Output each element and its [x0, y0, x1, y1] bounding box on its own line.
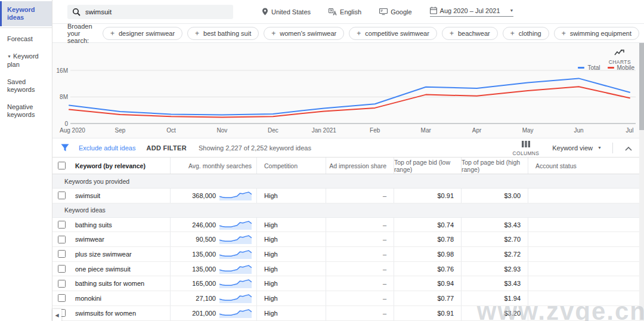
column-header-label: Competition	[264, 162, 298, 169]
charts-toggle-button[interactable]: CHARTS	[609, 48, 631, 65]
ad-impression-share-cell: –	[326, 262, 394, 276]
broaden-chip[interactable]: +clothing	[503, 27, 549, 40]
avg-monthly-searches-cell: 165,000	[170, 276, 256, 291]
search-trend-sparkline	[219, 294, 252, 303]
location-pin-icon	[262, 8, 268, 16]
avg-monthly-searches-cell: 368,000	[170, 189, 256, 203]
svg-text:Jun: Jun	[574, 127, 583, 134]
collapse-panel-button[interactable]	[621, 140, 636, 156]
row-checkbox-cell	[52, 247, 70, 261]
competition-cell: High	[256, 189, 326, 203]
broaden-chip[interactable]: +designer swimwear	[103, 27, 182, 40]
section-header-label: Keywords you provided	[64, 178, 129, 185]
legend-item-total[interactable]: Total	[578, 64, 600, 71]
row-checkbox-cell	[52, 189, 70, 203]
ad-impression-share-cell: –	[326, 232, 394, 246]
competition-value: High	[264, 280, 278, 287]
row-checkbox[interactable]	[58, 294, 66, 302]
sidebar-item-keyword-plan[interactable]: ▼Keyword plan	[0, 48, 52, 73]
horizontal-scroll-left-button[interactable]: ◀	[52, 309, 61, 321]
row-checkbox[interactable]	[58, 280, 66, 288]
avg-monthly-searches-cell: 246,000	[170, 218, 256, 232]
competition-cell: High	[256, 218, 326, 232]
divider	[0, 27, 52, 28]
search-trend-sparkline	[219, 279, 252, 288]
broaden-chips: +designer swimwear+best bathing suit+wom…	[103, 27, 644, 40]
column-header-label: Ad impression share	[329, 162, 386, 169]
row-checkbox-cell	[52, 276, 70, 291]
column-header-ad_impression_share[interactable]: Ad impression share	[326, 158, 394, 174]
plus-icon: +	[271, 29, 275, 38]
top-bid-high-value: $2.72	[504, 251, 521, 258]
account-status-cell	[528, 276, 644, 291]
keyword-view-dropdown[interactable]: Keyword view ▼	[552, 144, 602, 152]
select-all-checkbox[interactable]	[58, 162, 66, 169]
plus-icon: +	[110, 29, 114, 38]
keyword-search-box[interactable]	[67, 5, 233, 19]
row-checkbox[interactable]	[58, 236, 66, 243]
competition-value: High	[264, 236, 278, 243]
date-range-selector[interactable]: Aug 2020 – Jul 2021 ▼	[430, 7, 514, 17]
location-selector[interactable]: United States	[262, 8, 311, 16]
column-header-avg_monthly_searches[interactable]: Avg. monthly searches	[170, 158, 256, 174]
top-bid-low-cell: $0.98	[394, 247, 461, 261]
chevron-down-icon: ▼	[510, 8, 514, 13]
language-selector[interactable]: English	[329, 8, 361, 16]
sidebar-item-keyword-ideas[interactable]: Keyword ideas	[0, 1, 52, 26]
row-checkbox[interactable]	[58, 250, 66, 258]
legend-swatch	[608, 67, 614, 69]
broaden-chip[interactable]: +competitive swimwear	[349, 27, 437, 40]
table-row: bathing suits for women165,000High–$0.94…	[52, 276, 644, 291]
avg-monthly-searches-value: 135,000	[192, 251, 216, 258]
avg-monthly-searches-value: 27,100	[196, 295, 216, 302]
table-section-header: Keywords you provided	[52, 174, 644, 189]
column-header-competition[interactable]: Competition	[256, 158, 326, 174]
broaden-label: Broaden your search:	[67, 23, 95, 44]
row-checkbox[interactable]	[58, 265, 66, 273]
competition-value: High	[264, 221, 278, 229]
keyword-planner-app: Keyword ideasForecast▼Keyword planSaved …	[0, 0, 644, 321]
add-filter-button[interactable]: ADD FILTER	[146, 144, 187, 152]
scrollbar-thumb[interactable]	[639, 43, 644, 130]
search-trend-sparkline	[219, 234, 252, 244]
broaden-chip[interactable]: +best bathing suit	[187, 27, 259, 40]
legend-item-mobile[interactable]: Mobile	[608, 64, 634, 71]
top-bid-high-value: $2.70	[504, 236, 521, 243]
column-header-checkbox[interactable]	[52, 158, 70, 174]
sidebar-item-saved-keywords[interactable]: Saved keywords	[0, 73, 52, 98]
columns-button[interactable]: COLUMNS	[513, 139, 540, 156]
top-bid-low-value: $0.98	[437, 251, 454, 258]
row-checkbox[interactable]	[58, 192, 66, 199]
top-bid-low-value: $0.74	[437, 221, 454, 229]
sidebar-item-forecast[interactable]: Forecast	[0, 30, 52, 48]
vertical-scrollbar[interactable]	[639, 43, 644, 321]
account-status-cell	[528, 306, 644, 320]
top-bid-high-value: $3.43	[504, 280, 521, 287]
column-header-label: Top of page bid (low range)	[394, 159, 454, 173]
ad-impression-share-cell: –	[326, 189, 394, 203]
top-bid-high-cell: $3.20	[461, 306, 528, 320]
column-header-top_bid_low[interactable]: Top of page bid (low range)	[394, 158, 461, 174]
competition-cell: High	[256, 276, 326, 291]
row-checkbox[interactable]	[58, 221, 66, 229]
search-input[interactable]	[85, 8, 216, 16]
filter-funnel-icon[interactable]	[61, 144, 69, 152]
top-bid-low-value: $0.91	[437, 192, 454, 199]
exclude-adult-ideas-link[interactable]: Exclude adult ideas	[79, 144, 135, 152]
broaden-chip[interactable]: +women's swimwear	[264, 27, 344, 40]
sidebar-item-negative-keywords[interactable]: Negative keywords	[0, 98, 52, 124]
network-selector[interactable]: Google	[379, 8, 411, 16]
keyword-text: bathing suits	[75, 221, 112, 229]
svg-text:Nov: Nov	[216, 127, 227, 134]
column-header-account_status[interactable]: Account status	[528, 158, 644, 174]
search-trend-sparkline	[219, 264, 252, 274]
broaden-chip[interactable]: +swimming equipment	[554, 27, 639, 40]
language-label: English	[340, 8, 361, 16]
column-header-keyword[interactable]: Keyword (by relevance)	[70, 158, 170, 174]
table-row: swimsuits for women201,000High–$0.91$3.2…	[52, 306, 644, 321]
keyword-cell: bathing suits	[70, 218, 170, 232]
trend-line-chart[interactable]: 08M16MAug 2020SepOctNovDecJan 2021FebMar…	[52, 43, 639, 138]
svg-text:Sep: Sep	[115, 127, 126, 134]
column-header-top_bid_high[interactable]: Top of page bid (high range)	[461, 158, 528, 174]
broaden-chip[interactable]: +beachwear	[442, 27, 498, 40]
